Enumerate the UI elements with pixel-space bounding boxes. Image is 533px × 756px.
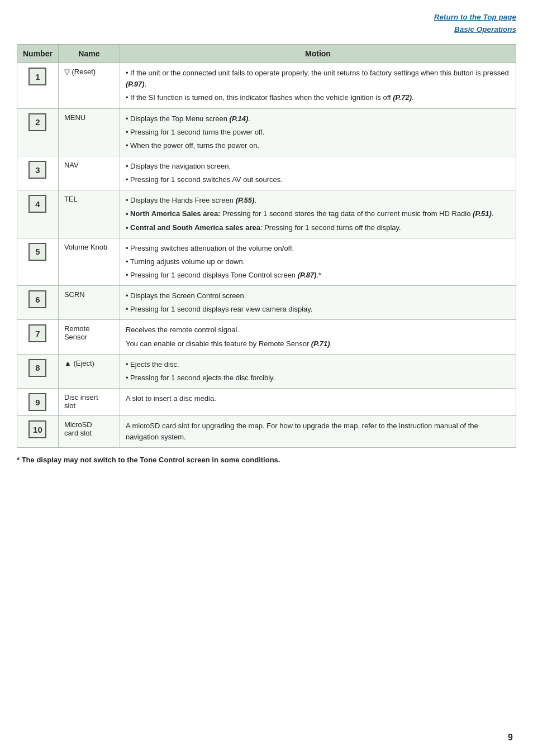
table-row: 3NAV• Displays the navigation screen.• P… [17, 156, 516, 190]
motion-text: • Pressing for 1 second switches AV out … [126, 174, 510, 185]
name-cell: SCRN [58, 286, 120, 320]
motion-text: A slot to insert a disc media. [126, 393, 510, 404]
table-row: 7RemoteSensorReceives the remote control… [17, 320, 516, 354]
page-number: 9 [508, 733, 513, 743]
motion-cell: • Ejects the disc.• Pressing for 1 secon… [120, 354, 516, 388]
number-badge: 8 [28, 359, 46, 377]
motion-text: • Pressing for 1 second displays rear vi… [126, 304, 510, 315]
motion-text: A microSD card slot for upgrading the ma… [126, 420, 510, 443]
motion-cell: • Displays the Hands Free screen (P.55).… [120, 190, 516, 238]
name-cell: MicroSDcard slot [58, 416, 120, 448]
number-badge: 2 [28, 113, 46, 131]
motion-cell: A slot to insert a disc media. [120, 389, 516, 416]
table-row: 6SCRN• Displays the Screen Control scree… [17, 286, 516, 320]
basic-operations-link[interactable]: Basic Operations [17, 23, 516, 36]
motion-cell: • Displays the Top Menu screen (P.14).• … [120, 108, 516, 156]
number-badge: 4 [28, 195, 46, 213]
operations-table: Number Name Motion 1▽ (Reset)• If the un… [17, 44, 516, 448]
number-badge: 9 [28, 393, 46, 411]
name-cell: TEL [58, 190, 120, 238]
motion-text: • Displays the Screen Control screen. [126, 290, 510, 302]
motion-text: • Central and South America sales area: … [126, 222, 510, 233]
name-cell: Disc insertslot [58, 389, 120, 416]
number-cell: 3 [17, 156, 59, 190]
motion-text: • When the power off, turns the power on… [126, 140, 510, 151]
number-cell: 10 [17, 416, 59, 448]
top-navigation: Return to the Top page Basic Operations [17, 11, 516, 35]
table-row: 10MicroSDcard slotA microSD card slot fo… [17, 416, 516, 448]
number-badge: 5 [28, 243, 46, 261]
table-row: 4TEL• Displays the Hands Free screen (P.… [17, 190, 516, 238]
footnote-text: * The display may not switch to the Tone… [17, 456, 516, 464]
motion-text: • Displays the Hands Free screen (P.55). [126, 195, 510, 206]
name-cell: ▽ (Reset) [58, 63, 120, 108]
number-cell: 4 [17, 190, 59, 238]
motion-cell: • Displays the navigation screen.• Press… [120, 156, 516, 190]
motion-text: • Pressing for 1 second ejects the disc … [126, 372, 510, 384]
number-badge: 3 [28, 161, 46, 179]
motion-cell: • Pressing switches attenuation of the v… [120, 238, 516, 285]
number-cell: 1 [17, 63, 59, 108]
table-row: 8▲ (Eject)• Ejects the disc.• Pressing f… [17, 354, 516, 388]
table-row: 5Volume Knob• Pressing switches attenuat… [17, 238, 516, 285]
number-cell: 9 [17, 389, 59, 416]
motion-text: • Displays the navigation screen. [126, 161, 510, 172]
motion-text: Receives the remote control signal. [126, 324, 510, 336]
motion-cell: Receives the remote control signal.You c… [120, 320, 516, 354]
table-row: 9Disc insertslotA slot to insert a disc … [17, 389, 516, 416]
number-cell: 5 [17, 238, 59, 285]
motion-text: • Pressing for 1 second displays Tone Co… [126, 270, 510, 281]
motion-text: • Turning adjusts volume up or down. [126, 256, 510, 267]
motion-text: • Ejects the disc. [126, 359, 510, 370]
name-cell: NAV [58, 156, 120, 190]
number-badge: 6 [28, 290, 46, 308]
motion-text: You can enable or disable this feature b… [126, 338, 510, 350]
motion-text: • Pressing for 1 second turns the power … [126, 127, 510, 138]
table-row: 2MENU• Displays the Top Menu screen (P.1… [17, 108, 516, 156]
number-cell: 8 [17, 354, 59, 388]
col-header-motion: Motion [120, 45, 516, 63]
motion-text: • North America Sales area: Pressing for… [126, 208, 510, 219]
motion-text: • If the unit or the connected unit fail… [126, 68, 510, 90]
number-cell: 2 [17, 108, 59, 156]
return-to-top-link[interactable]: Return to the Top page [17, 11, 516, 23]
motion-text: • Pressing switches attenuation of the v… [126, 243, 510, 254]
name-cell: Volume Knob [58, 238, 120, 285]
name-cell: MENU [58, 108, 120, 156]
motion-text: • If the SI function is turned on, this … [126, 92, 510, 103]
number-badge: 1 [28, 68, 46, 85]
number-badge: 7 [28, 324, 46, 342]
motion-text: • Displays the Top Menu screen (P.14). [126, 113, 510, 125]
motion-cell: A microSD card slot for upgrading the ma… [120, 416, 516, 448]
table-row: 1▽ (Reset)• If the unit or the connected… [17, 63, 516, 108]
col-header-number: Number [17, 45, 59, 63]
number-cell: 7 [17, 320, 59, 354]
number-cell: 6 [17, 286, 59, 320]
name-cell: ▲ (Eject) [58, 354, 120, 388]
col-header-name: Name [58, 45, 120, 63]
number-badge: 10 [28, 420, 46, 438]
motion-cell: • Displays the Screen Control screen.• P… [120, 286, 516, 320]
name-cell: RemoteSensor [58, 320, 120, 354]
motion-cell: • If the unit or the connected unit fail… [120, 63, 516, 108]
